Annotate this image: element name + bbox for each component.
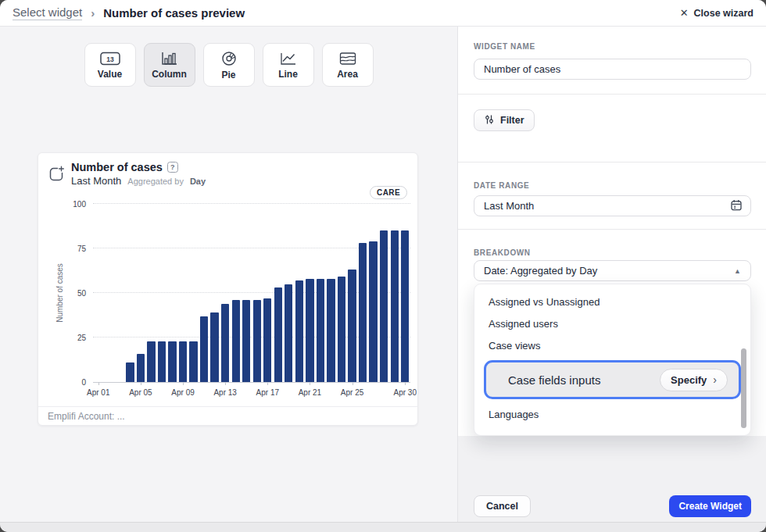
- bar-slot-Apr 04: [125, 204, 136, 382]
- divider: [458, 162, 766, 162]
- create-widget-button[interactable]: Create Widget: [669, 495, 751, 517]
- chart-period: Last Month: [71, 175, 121, 187]
- chart-card-footer: Emplifi Account: ...: [38, 406, 417, 425]
- widget-name-value: Number of cases: [484, 63, 560, 75]
- breakdown-option[interactable]: Languages: [474, 403, 750, 425]
- widget-type-pie[interactable]: Pie: [203, 43, 255, 87]
- bar[interactable]: [263, 298, 271, 382]
- column-chart-icon: [160, 51, 179, 66]
- bar[interactable]: [348, 270, 356, 382]
- dropdown-scrollbar[interactable]: [741, 348, 746, 428]
- bar[interactable]: [158, 341, 166, 382]
- date-range-label: DATE RANGE: [474, 181, 529, 190]
- account-label: Emplifi Account: ...: [48, 411, 125, 422]
- x-tick-mark: [141, 382, 141, 385]
- bar[interactable]: [306, 279, 313, 382]
- specify-button[interactable]: Specify ›: [660, 369, 728, 391]
- widget-type-line[interactable]: Line: [263, 43, 314, 87]
- breakdown-select[interactable]: Date: Aggregated by Day ▲: [474, 260, 751, 281]
- bar[interactable]: [380, 230, 388, 382]
- date-range-value: Last Month: [484, 200, 534, 212]
- bar-slot-Apr 28: [378, 204, 389, 382]
- bar[interactable]: [232, 300, 240, 382]
- bar[interactable]: [369, 241, 377, 382]
- bar-slot-Apr 25: [347, 204, 358, 382]
- bar[interactable]: [327, 279, 335, 382]
- widget-type-column[interactable]: Column: [144, 43, 195, 87]
- area-chart-icon: [338, 51, 357, 66]
- filter-button[interactable]: Filter: [474, 109, 535, 131]
- bar[interactable]: [359, 243, 367, 382]
- y-tick-label: 50: [77, 289, 86, 298]
- bar[interactable]: [147, 341, 155, 382]
- bar[interactable]: [391, 230, 399, 382]
- filter-sliders-icon: [484, 114, 495, 127]
- date-range-input[interactable]: Last Month: [474, 195, 751, 216]
- breakdown-option[interactable]: Assigned users: [474, 312, 750, 334]
- widget-name-input[interactable]: Number of cases: [474, 59, 751, 80]
- y-tick-label: 75: [77, 245, 86, 253]
- care-badge: CARE: [370, 186, 407, 199]
- bar-slot-Apr 21: [305, 204, 316, 382]
- bar-slot-Apr 12: [209, 204, 220, 382]
- bar-slot-Apr 14: [231, 204, 242, 382]
- bar-slot-Apr 20: [294, 204, 305, 382]
- bar[interactable]: [179, 341, 187, 382]
- widget-type-value[interactable]: 13 Value: [84, 43, 136, 87]
- breadcrumb-back-link[interactable]: Select widget: [13, 5, 82, 20]
- widget-type-area[interactable]: Area: [322, 43, 374, 87]
- bar-chart-plot: 0255075100Apr 01Apr 05Apr 09Apr 13Apr 17…: [93, 204, 410, 383]
- widget-name-label: WIDGET NAME: [474, 42, 535, 51]
- breadcrumb-chevron-icon: ›: [91, 6, 95, 20]
- bar-slot-Apr 27: [368, 204, 379, 382]
- bar[interactable]: [189, 341, 197, 382]
- help-icon[interactable]: ?: [167, 162, 178, 173]
- bar-slot-Apr 05: [135, 204, 146, 382]
- breakdown-option[interactable]: Case views: [474, 334, 750, 356]
- chart-aggregated-prefix: Aggregated by: [127, 177, 184, 186]
- line-chart-icon: [279, 51, 298, 66]
- x-tick-mark: [353, 382, 353, 385]
- widget-type-selector: 13 Value Column Pie: [0, 43, 457, 87]
- bar-slot-Apr 08: [167, 204, 178, 382]
- bar-slot-Apr 02: [104, 204, 115, 382]
- bar-slot-Apr 03: [114, 204, 125, 382]
- preview-area: 13 Value Column Pie: [0, 27, 457, 522]
- breakdown-option-case-fields-inputs[interactable]: Case fields inputs Specify ›: [484, 360, 741, 399]
- wizard-header: Select widget › Number of cases preview …: [0, 0, 766, 27]
- bar[interactable]: [274, 287, 282, 382]
- close-wizard-label: Close wizard: [694, 8, 753, 19]
- page-title: Number of cases preview: [103, 6, 245, 20]
- cancel-button[interactable]: Cancel: [474, 495, 531, 517]
- bar[interactable]: [338, 277, 345, 382]
- bar-slot-Apr 23: [326, 204, 337, 382]
- chart-preview-card: Number of cases ? Last Month Aggregated …: [38, 152, 418, 426]
- bar[interactable]: [200, 316, 208, 382]
- bar-slot-Apr 24: [336, 204, 347, 382]
- bar-slot-Apr 30: [399, 204, 410, 382]
- filter-label: Filter: [500, 115, 524, 126]
- bar[interactable]: [126, 362, 134, 382]
- x-tick-label: Apr 09: [171, 388, 194, 397]
- bar-slot-Apr 06: [146, 204, 157, 382]
- bar-slot-Apr 26: [357, 204, 368, 382]
- chart-title: Number of cases: [71, 161, 163, 173]
- bar[interactable]: [210, 312, 218, 382]
- bar[interactable]: [317, 279, 324, 382]
- close-wizard-button[interactable]: ✕ Close wizard: [680, 7, 753, 19]
- bar[interactable]: [221, 304, 229, 382]
- widget-type-label: Value: [98, 69, 122, 80]
- bar-slot-Apr 11: [199, 204, 209, 382]
- bar[interactable]: [137, 354, 145, 382]
- bar[interactable]: [285, 284, 292, 382]
- bar[interactable]: [401, 230, 409, 382]
- bar[interactable]: [295, 280, 303, 382]
- bar-slot-Apr 15: [241, 204, 252, 382]
- breakdown-option[interactable]: Assigned vs Unassigned: [474, 291, 750, 312]
- x-tick-label: Apr 21: [299, 388, 321, 397]
- bar[interactable]: [253, 300, 261, 382]
- svg-text:13: 13: [106, 55, 114, 62]
- bar[interactable]: [242, 300, 250, 382]
- divider: [458, 229, 766, 230]
- bar[interactable]: [168, 341, 176, 382]
